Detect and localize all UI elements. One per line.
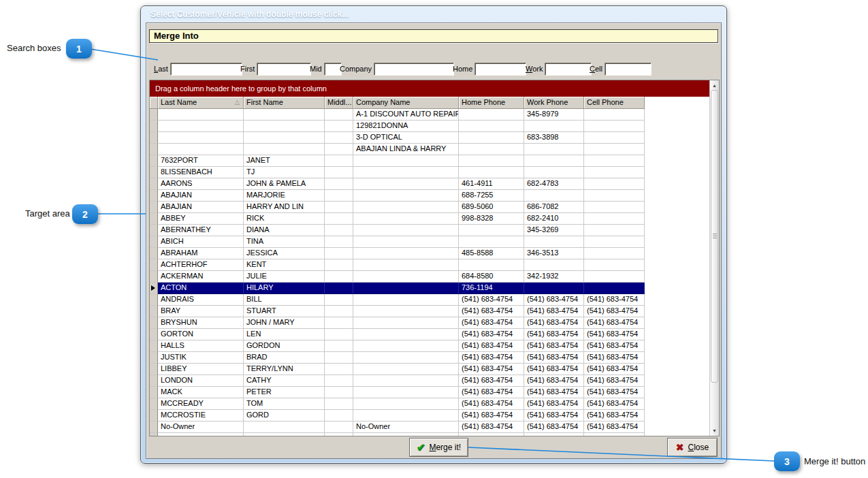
- row-indicator: [150, 306, 158, 317]
- grid-cell: (541) 683-4754: [524, 364, 584, 375]
- data-grid: Drag a column header here to group by th…: [149, 80, 720, 436]
- grid-cell: (541) 683-4754: [459, 306, 524, 317]
- table-row[interactable]: 7632PORTJANET: [150, 155, 709, 167]
- grid-cell: GORD: [244, 410, 325, 421]
- search-home-input[interactable]: [475, 63, 526, 76]
- row-indicator: [150, 178, 158, 190]
- grid-cell: [524, 283, 584, 294]
- table-row[interactable]: ABAJIANMARJORIE688-7255: [150, 190, 709, 202]
- grid-cell: [353, 398, 459, 410]
- search-label-last: Last: [154, 65, 168, 73]
- table-row[interactable]: ABAJIAN LINDA & HARRY: [150, 144, 709, 155]
- column-header-middl[interactable]: Middl...: [325, 97, 353, 109]
- column-header-last-name[interactable]: Last Name△: [158, 97, 244, 109]
- search-company-input[interactable]: [374, 63, 454, 76]
- grid-cell: [158, 433, 244, 436]
- table-row[interactable]: LONDONCATHY(541) 683-4754(541) 683-4754(…: [150, 375, 709, 387]
- table-row[interactable]: ABICHTINA: [150, 236, 709, 248]
- row-indicator: [150, 421, 158, 433]
- search-field-company: Company: [340, 61, 454, 76]
- grid-cell: [244, 109, 325, 121]
- grid-cell: [325, 398, 353, 410]
- vertical-scrollbar[interactable]: ▲ ▼: [709, 80, 719, 436]
- close-button[interactable]: ✖ Close: [667, 438, 718, 457]
- table-row[interactable]: ABAJIANHARRY AND LIN689-5060686-7082: [150, 202, 709, 213]
- table-row[interactable]: ACHTERHOFKENT: [150, 259, 709, 271]
- table-row[interactable]: AARONSJOHN & PAMELA461-4911682-4783: [150, 178, 709, 190]
- search-field-first: First: [240, 61, 311, 76]
- grid-cell: 682-2410: [524, 213, 584, 225]
- search-cell-input[interactable]: [605, 63, 652, 76]
- grid-cell: ABRAHAM: [158, 248, 244, 259]
- table-row[interactable]: A-1 DISCOUNT AUTO REPAIR345-8979: [150, 109, 709, 121]
- grid-cell: ABERNATHEY: [158, 225, 244, 236]
- grid-cell: [244, 121, 325, 132]
- grid-cell: 345-3269: [524, 225, 584, 236]
- grid-cell: [325, 109, 353, 121]
- grid-cell: (541) 683-4754: [524, 375, 584, 387]
- callout-3-badge: 3: [774, 451, 800, 471]
- row-indicator: [150, 167, 158, 178]
- grid-cell: No-Owner: [158, 421, 244, 433]
- title-bar[interactable]: Select Customer/Vehicle with double mous…: [141, 6, 726, 22]
- grid-cell: [325, 167, 353, 178]
- column-header-first-name[interactable]: First Name: [244, 97, 325, 109]
- close-button-label: Close: [688, 443, 709, 452]
- table-row[interactable]: 8LISSENBACHTJ: [150, 167, 709, 178]
- grid-cell: [353, 155, 459, 167]
- table-row[interactable]: MCCREADYTOM(541) 683-4754(541) 683-4754(…: [150, 398, 709, 410]
- table-row[interactable]: ACTONHILARY736-1194: [150, 283, 709, 294]
- table-row[interactable]: 3-D OPTICAL683-3898: [150, 132, 709, 144]
- grid-cell: [325, 364, 353, 375]
- column-header-home-phone[interactable]: Home Phone: [459, 97, 524, 109]
- table-row[interactable]: BRYSHUNJOHN / MARY(541) 683-4754(541) 68…: [150, 317, 709, 329]
- column-header-cell-phone[interactable]: Cell Phone: [584, 97, 645, 109]
- table-row[interactable]: ABERNATHEYDIANA345-3269: [150, 225, 709, 236]
- search-work-input[interactable]: [545, 63, 592, 76]
- search-first-input[interactable]: [257, 63, 311, 76]
- search-last-input[interactable]: [170, 63, 242, 76]
- table-row[interactable]: No-OwnerNo-Owner(541) 683-4754(541) 683-…: [150, 421, 709, 433]
- scroll-up-icon[interactable]: ▲: [710, 81, 719, 90]
- row-indicator: [150, 259, 158, 271]
- grid-cell: (541) 683-4754: [459, 364, 524, 375]
- grid-cell: 8LISSENBACH: [158, 167, 244, 178]
- callout-2-label: Target area: [25, 208, 70, 219]
- table-row[interactable]: MACKPETER(541) 683-4754(541) 683-4754(54…: [150, 387, 709, 398]
- row-indicator: [150, 213, 158, 225]
- table-row[interactable]: ANDRAISBILL(541) 683-4754(541) 683-4754(…: [150, 294, 709, 306]
- table-row[interactable]: BRAYSTUART(541) 683-4754(541) 683-4754(5…: [150, 306, 709, 317]
- grid-cell: 7632PORT: [158, 155, 244, 167]
- grid-cell: (541) 683-4754: [524, 398, 584, 410]
- scrollbar-thumb[interactable]: [711, 90, 718, 383]
- table-row[interactable]: HALLSGORDON(541) 683-4754(541) 683-4754(…: [150, 340, 709, 352]
- x-icon: ✖: [676, 442, 684, 453]
- table-row[interactable]: GORTONLEN(541) 683-4754(541) 683-4754(54…: [150, 329, 709, 340]
- row-indicator: [150, 375, 158, 387]
- table-row[interactable]: 129821DONNA: [150, 121, 709, 132]
- grid-cell: JESSICA: [244, 248, 325, 259]
- column-header-work-phone[interactable]: Work Phone: [524, 97, 584, 109]
- row-indicator: [150, 317, 158, 329]
- table-row[interactable]: ABRAHAMJESSICA485-8588346-3513: [150, 248, 709, 259]
- column-header-company-name[interactable]: Company Name: [353, 97, 459, 109]
- grid-cell: ABICH: [158, 236, 244, 248]
- grid-cell: [325, 213, 353, 225]
- table-row[interactable]: ACKERMANJULIE684-8580342-1932: [150, 271, 709, 283]
- table-row[interactable]: MCCROSTIEGORD(541) 683-4754(541) 683-475…: [150, 410, 709, 421]
- table-row[interactable]: ABBEYRICK998-8328682-2410: [150, 213, 709, 225]
- search-mid-input[interactable]: [324, 63, 342, 76]
- scroll-down-icon[interactable]: ▼: [710, 426, 719, 435]
- grid-cell: 682-4783: [524, 178, 584, 190]
- merge-it-button[interactable]: ✔ Merge it!: [409, 438, 468, 457]
- table-row[interactable]: JUSTIKBRAD(541) 683-4754(541) 683-4754(5…: [150, 352, 709, 364]
- group-by-bar[interactable]: Drag a column header here to group by th…: [150, 80, 709, 97]
- grid-cell: LONDON: [158, 375, 244, 387]
- grid-cell: BRAY: [158, 306, 244, 317]
- grid-cell: [584, 109, 645, 121]
- dialog-window: Select Customer/Vehicle with double mous…: [140, 5, 727, 464]
- table-row[interactable]: LIBBEYTERRY/LYNN(541) 683-4754(541) 683-…: [150, 364, 709, 375]
- row-indicator: [150, 155, 158, 167]
- grid-cell: [353, 248, 459, 259]
- grid-cell: [158, 132, 244, 144]
